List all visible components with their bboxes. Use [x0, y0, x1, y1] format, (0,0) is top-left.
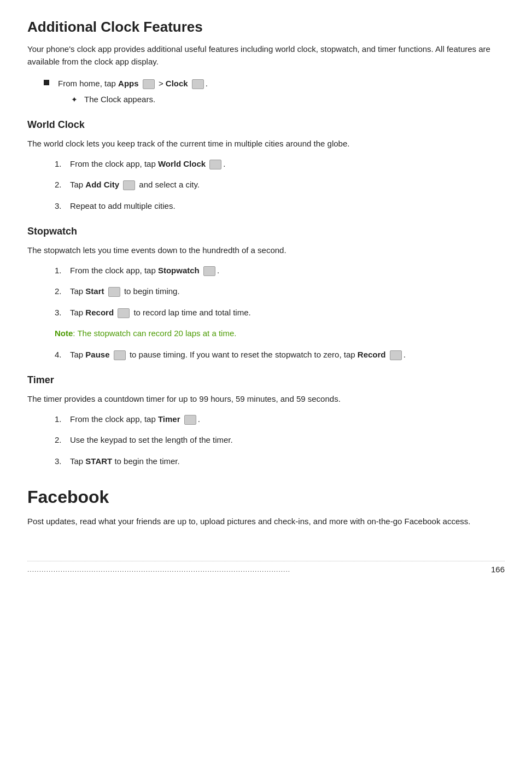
add-city-bold: Add City: [85, 180, 119, 189]
sw-step-2-text: Tap Start to begin timing.: [70, 285, 505, 298]
tm-step-num-1: 1.: [55, 413, 70, 426]
clock-icon: [192, 79, 204, 89]
footer-dots: ........................................…: [27, 565, 290, 575]
tm-step-num-2: 2.: [55, 434, 70, 447]
sw-step-num-4: 4.: [55, 349, 70, 361]
timer-bold: Timer: [158, 414, 180, 424]
record-icon: [118, 308, 130, 318]
sw-step-3-text: Tap Record to record lap time and total …: [70, 307, 505, 319]
apps-bold: Apps: [118, 79, 139, 88]
intro-text: Your phone's clock app provides addition…: [27, 43, 505, 68]
page-footer: ........................................…: [27, 561, 505, 576]
timer-steps: 1. From the clock app, tap Timer . 2. Us…: [55, 413, 505, 468]
clock-bold: Clock: [166, 79, 188, 88]
tm-step-1-text: From the clock app, tap Timer .: [70, 413, 505, 426]
timer-step-1: 1. From the clock app, tap Timer .: [55, 413, 505, 426]
sw-step-num-3: 3.: [55, 307, 70, 319]
sub-bullet-clock-appears: ✦ The Clock appears.: [71, 93, 505, 106]
stopwatch-desc: The stopwatch lets you time events down …: [27, 244, 505, 257]
timer-desc: The timer provides a countdown timer for…: [27, 393, 505, 406]
tm-step-num-3: 3.: [55, 455, 70, 468]
clock-appears-text: The Clock appears.: [84, 93, 505, 106]
pause-bold: Pause: [85, 350, 109, 359]
facebook-title: Facebook: [27, 484, 505, 510]
tm-step-2-text: Use the keypad to set the length of the …: [70, 434, 505, 447]
stopwatch-step-4: 4. Tap Pause to pause timing. If you wan…: [55, 349, 505, 361]
step-num-2: 2.: [55, 179, 70, 191]
step-num-3: 3.: [55, 200, 70, 213]
step-2-text: Tap Add City and select a city.: [70, 179, 505, 191]
stopwatch-step-1: 1. From the clock app, tap Stopwatch .: [55, 265, 505, 277]
page-number: 166: [491, 564, 505, 576]
add-city-icon: [123, 180, 135, 190]
note-text: : The stopwatch can record 20 laps at a …: [73, 329, 236, 338]
apps-icon: [143, 79, 155, 89]
world-clock-step-1: 1. From the clock app, tap World Clock .: [55, 158, 505, 171]
timer-title: Timer: [27, 373, 505, 388]
start-tap-bold: Start: [85, 286, 104, 296]
bullet-from-home: From home, tap Apps > Clock .: [44, 78, 505, 90]
stopwatch-note: Note: The stopwatch can record 20 laps a…: [55, 327, 505, 340]
pause-icon: [114, 350, 126, 360]
stopwatch-icon: [203, 266, 215, 276]
step-num-1: 1.: [55, 158, 70, 171]
record-icon-2: [390, 350, 402, 360]
world-clock-step-3: 3. Repeat to add multiple cities.: [55, 200, 505, 213]
sw-step-num-2: 2.: [55, 285, 70, 298]
diamond-icon: ✦: [71, 94, 78, 105]
stopwatch-title: Stopwatch: [27, 224, 505, 239]
world-clock-bold: World Clock: [158, 159, 206, 168]
world-clock-desc: The world clock lets you keep track of t…: [27, 138, 505, 150]
timer-step-2: 2. Use the keypad to set the length of t…: [55, 434, 505, 447]
step-3-text: Repeat to add multiple cities.: [70, 200, 505, 213]
record-bold-2: Record: [358, 350, 386, 359]
world-clock-title: World Clock: [27, 118, 505, 132]
step-1-text: From the clock app, tap World Clock .: [70, 158, 505, 171]
timer-icon: [184, 415, 196, 425]
bullet-from-home-text: From home, tap Apps > Clock .: [58, 78, 505, 90]
sw-step-1-text: From the clock app, tap Stopwatch .: [70, 265, 505, 277]
note-bold: Note: [55, 329, 73, 338]
facebook-desc: Post updates, read what your friends are…: [27, 515, 505, 528]
stopwatch-step4-list: 4. Tap Pause to pause timing. If you wan…: [55, 349, 505, 361]
sw-step-num-1: 1.: [55, 265, 70, 277]
stopwatch-bold: Stopwatch: [158, 266, 200, 275]
tm-step-3-text: Tap START to begin the timer.: [70, 455, 505, 468]
world-clock-icon: [209, 160, 221, 169]
sw-step-4-text: Tap Pause to pause timing. If you want t…: [70, 349, 505, 361]
stopwatch-step-2: 2. Tap Start to begin timing.: [55, 285, 505, 298]
bullet-square-icon: [44, 80, 49, 85]
record-tap-bold: Record: [85, 308, 114, 317]
start-bold: START: [85, 456, 112, 466]
start-icon: [108, 287, 120, 297]
world-clock-step-2: 2. Tap Add City and select a city.: [55, 179, 505, 191]
stopwatch-steps: 1. From the clock app, tap Stopwatch . 2…: [55, 265, 505, 319]
stopwatch-step-3: 3. Tap Record to record lap time and tot…: [55, 307, 505, 319]
timer-step-3: 3. Tap START to begin the timer.: [55, 455, 505, 468]
main-title: Additional Clock Features: [27, 16, 505, 38]
world-clock-steps: 1. From the clock app, tap World Clock .…: [55, 158, 505, 213]
